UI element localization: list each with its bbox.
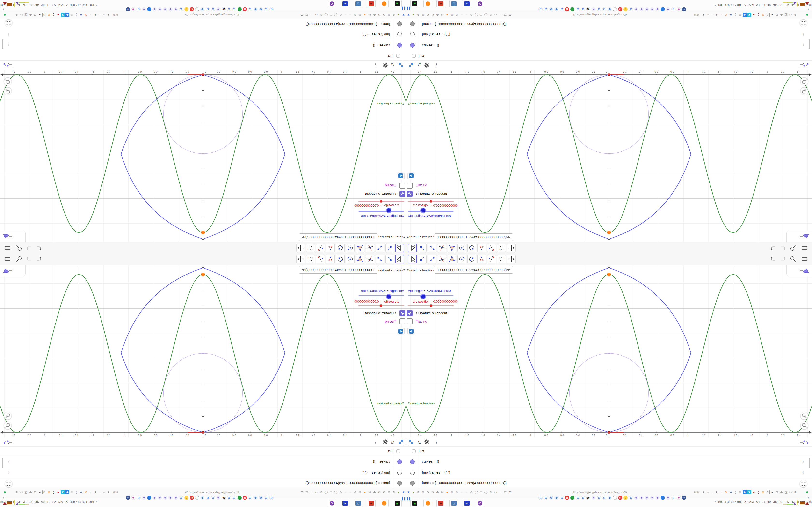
funnel-icon[interactable]: ▼ <box>406 490 411 495</box>
row-menu-kebab[interactable]: ⋮ <box>7 44 11 48</box>
firefox-app-button[interactable] <box>423 500 432 507</box>
formula-input[interactable]: 1.000000000000 + cos(4.000000000000 x) <box>435 233 513 241</box>
globe-favicon[interactable]: ⊕ <box>254 496 258 500</box>
owl-app-button[interactable]: ôô <box>475 0 484 7</box>
arc-length-slider[interactable] <box>358 211 404 212</box>
star-icon[interactable]: ☆ <box>706 12 710 17</box>
zero-box-icon[interactable]: 0 <box>766 12 770 17</box>
translate-blue-icon[interactable]: A <box>79 490 83 495</box>
record-icon[interactable]: ● <box>752 12 756 17</box>
translate-icon[interactable]: A <box>701 490 705 495</box>
radio-dot-icon[interactable]: ⊙ <box>339 490 343 495</box>
curvature-tangent-checkbox[interactable] <box>407 310 412 316</box>
shield-icon[interactable]: ▽ <box>775 490 779 495</box>
reflect-tool-button[interactable] <box>487 255 496 264</box>
molecule-favicon[interactable]: ∗ <box>645 496 649 500</box>
trash-icon[interactable]: ▯ <box>756 12 761 17</box>
radio-icon[interactable]: ◯ <box>324 12 328 17</box>
algebra-row-funcnames[interactable]: funcNames = {" "} ⋮ <box>406 467 812 478</box>
radio-icon[interactable]: ◯ <box>474 490 478 495</box>
google-favicon[interactable]: G <box>232 7 236 11</box>
visibility-marble[interactable] <box>410 43 415 48</box>
google-favicon[interactable]: G <box>179 7 183 11</box>
visibility-marble[interactable] <box>397 481 402 486</box>
globe-favicon[interactable]: ⊕ <box>549 7 553 11</box>
taskbar-expand-chevron-icon[interactable]: ∧ <box>807 496 810 500</box>
mouse-icon[interactable]: ▯ <box>733 12 738 17</box>
uo-circle-icon[interactable]: ● <box>38 12 42 17</box>
lock-icon[interactable]: Θ <box>300 490 304 495</box>
move-tool-button[interactable] <box>408 255 417 264</box>
firefox-icon[interactable]: ● <box>445 12 449 17</box>
molecule-favicon[interactable]: ∗ <box>152 7 157 11</box>
forward-arrow-icon[interactable]: → <box>97 12 101 17</box>
reflect-tool-button[interactable] <box>316 255 325 264</box>
zoom-in-button[interactable] <box>800 88 808 95</box>
google-favicon[interactable]: G <box>597 7 601 11</box>
radio-dot-icon[interactable]: ⊙ <box>339 12 343 17</box>
tracing-checkbox[interactable] <box>400 319 405 324</box>
molecule-favicon[interactable]: ∗ <box>634 496 638 500</box>
angle-tool-button[interactable]: α <box>326 243 335 252</box>
radio-dot-icon[interactable]: ⊙ <box>319 490 323 495</box>
download-shield-icon[interactable]: ▼ <box>61 12 65 17</box>
add-circle-icon[interactable]: ✚ <box>65 490 69 495</box>
globe-icon[interactable]: ⊕ <box>779 490 783 495</box>
floppy-64-app-button[interactable]: 64 <box>463 0 471 7</box>
algebra-row-funcs[interactable]: funcs = {1.000000000000 + cos(4.00000000… <box>0 478 406 489</box>
molecule-favicon[interactable]: ∗ <box>640 7 644 11</box>
tracing-checkbox[interactable] <box>407 319 412 324</box>
polygon-tool-button[interactable] <box>448 243 456 252</box>
fullscreen-button[interactable] <box>800 19 807 27</box>
dropdown-caret-icon[interactable] <box>301 269 305 271</box>
radio-icon[interactable]: ◯ <box>334 12 338 17</box>
colored-globe-icon[interactable]: ⊕ <box>761 12 765 17</box>
molecule-favicon[interactable]: ∗ <box>640 496 644 500</box>
undo-button[interactable] <box>770 244 777 251</box>
tracing-checkbox[interactable] <box>400 183 405 188</box>
step-animation-button[interactable]: ▶▏ <box>397 173 405 179</box>
globe-favicon[interactable]: ⊕ <box>259 7 263 11</box>
mouse-icon[interactable]: ▯ <box>74 490 79 495</box>
fullscreen-button[interactable] <box>5 480 12 488</box>
redo-arrow-icon[interactable]: ↷ <box>430 490 435 495</box>
dropdown-caret-icon[interactable] <box>507 236 511 238</box>
taskbar-expand-chevron-icon[interactable]: ∧ <box>807 7 810 11</box>
arc-position-slider[interactable] <box>408 305 454 306</box>
globe-icon[interactable]: ⊕ <box>421 12 425 17</box>
globe-icon[interactable]: ⊕ <box>779 12 783 17</box>
tree-view-button[interactable] <box>408 439 414 445</box>
visibility-marble[interactable] <box>410 481 415 486</box>
gear-icon[interactable]: ⊛ <box>358 12 362 17</box>
capture-app-button[interactable]: ▢ <box>450 500 458 507</box>
shield-icon[interactable]: ▽ <box>33 490 37 495</box>
lock-icon[interactable]: Θ <box>508 12 512 17</box>
capture-app-button[interactable]: ▢ <box>450 0 458 7</box>
molecule-favicon[interactable]: ∗ <box>634 7 638 11</box>
formula-input[interactable]: 1.000000000000 + cos(4.000000000000 x) <box>299 266 377 274</box>
yandex-favicon[interactable]: Я <box>243 496 247 500</box>
circle-tool-button[interactable] <box>346 255 355 264</box>
wikipedia-favicon[interactable]: W <box>586 496 591 500</box>
puzzle-icon[interactable]: ◳ <box>784 490 788 495</box>
arc-length-slider-knob[interactable] <box>386 294 392 299</box>
graphics-view[interactable]: -2.4-2.2-2-1.8-1.6-1.4-1.2-1-0.8-0.6-0.4… <box>0 265 406 438</box>
gear-icon[interactable]: ⊛ <box>738 12 742 17</box>
globe-icon[interactable]: ⊕ <box>392 490 396 495</box>
line-tool-button[interactable] <box>375 255 384 264</box>
algebra-row-funcs[interactable]: funcs = {1.000000000000 + cos(4.00000000… <box>406 18 812 29</box>
info-favicon[interactable]: i <box>613 7 617 11</box>
wrench-icon[interactable]: ✂ <box>367 490 372 495</box>
tray-chevron-icon[interactable]: ∧ <box>95 4 97 7</box>
record-icon[interactable]: ● <box>56 490 60 495</box>
yandex-favicon[interactable]: Я <box>618 496 622 500</box>
url-text[interactable]: https://www.geogebra.org/classic/aagcxh3… <box>537 491 662 494</box>
blue-circle-favicon[interactable] <box>661 7 665 11</box>
camera-circle-icon[interactable]: ● <box>411 12 415 17</box>
download-shield-icon[interactable]: ▼ <box>61 490 65 495</box>
disabled-slot-icon[interactable]: ■ <box>343 12 348 17</box>
tray-chevron-icon[interactable]: ∧ <box>95 500 97 503</box>
search-button[interactable] <box>790 244 797 251</box>
google-favicon[interactable]: G <box>227 7 231 11</box>
zoom-in-button[interactable] <box>4 412 12 419</box>
